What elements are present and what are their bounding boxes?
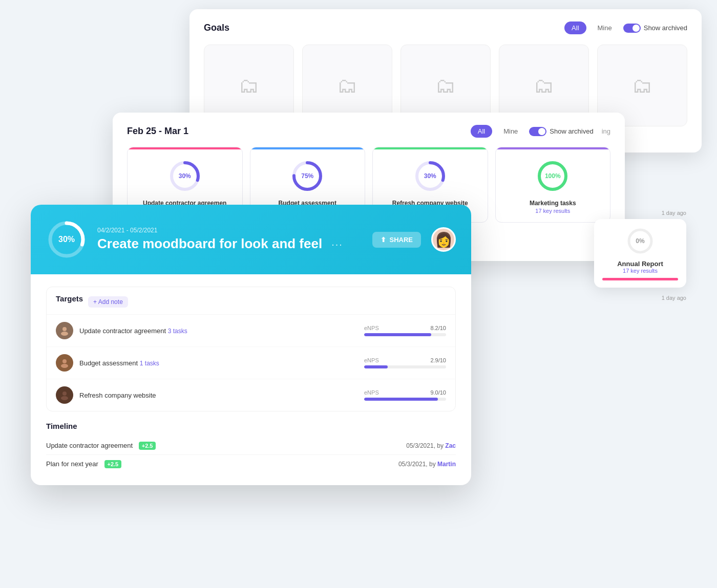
detail-panel: 30% 04/2/2021 - 05/2/2021 Create moodboa… bbox=[31, 205, 471, 485]
annual-bottom-bar bbox=[602, 278, 678, 280]
goals-header: Goals All Mine Show archived bbox=[204, 21, 687, 34]
annual-card[interactable]: 0% Annual Report 17 key results bbox=[594, 219, 686, 288]
goal-card-2-progress: 75% bbox=[291, 160, 324, 192]
share-icon: ⬆ bbox=[381, 236, 386, 244]
target-bar-bg-1 bbox=[364, 333, 446, 336]
folder-icon-5: 🗂 bbox=[632, 74, 652, 97]
target-avatar-3 bbox=[56, 386, 73, 404]
target-link-2[interactable]: 1 tasks bbox=[140, 360, 159, 367]
weekly-header: Feb 25 - Mar 1 All Mine Show archived in… bbox=[127, 125, 610, 138]
targets-header-row: Targets + Add note bbox=[47, 287, 455, 315]
goal-card-1-progress: 30% bbox=[168, 160, 201, 192]
folder-icon-3: 🗂 bbox=[435, 74, 456, 97]
detail-goal-name: Create moodboard for look and feel bbox=[97, 236, 322, 252]
goals-tab-mine[interactable]: Mine bbox=[591, 21, 619, 34]
detail-dates: 04/2/2021 - 05/2/2021 bbox=[97, 227, 362, 234]
weekly-show-archived: Show archived bbox=[529, 127, 593, 136]
target-name-3: Refresh company website bbox=[79, 391, 344, 399]
weekly-filter-tabs: All Mine Show archived ing bbox=[471, 125, 610, 138]
weekly-extra-label: ing bbox=[602, 127, 610, 135]
target-enps-label-3: eNPS bbox=[364, 389, 379, 396]
target-metric-2: eNPS 2.9/10 bbox=[344, 357, 446, 368]
goal-card-4-progress: 100% bbox=[536, 160, 569, 192]
detail-progress-circle: 30% bbox=[46, 219, 87, 260]
weekly-date-range: Feb 25 - Mar 1 bbox=[127, 126, 188, 137]
svg-point-13 bbox=[61, 332, 68, 336]
annual-pct: 0% bbox=[636, 237, 644, 245]
right-cards-area: 1 day ago 0% Annual Report 17 key result… bbox=[594, 210, 686, 301]
timeline-section: Timeline Update contractor agreement +2.… bbox=[46, 422, 456, 473]
target-name-1: Update contractor agreement 3 tasks bbox=[79, 327, 344, 335]
target-enps-label-1: eNPS bbox=[364, 325, 379, 332]
annual-card-top: 0% bbox=[602, 226, 678, 256]
detail-name-row: Create moodboard for look and feel ··· bbox=[97, 236, 362, 252]
weekly-tab-mine[interactable]: Mine bbox=[496, 125, 525, 138]
folder-icon-1: 🗂 bbox=[239, 74, 259, 97]
target-enps-value-3: 9.0/10 bbox=[430, 389, 446, 396]
target-row-2: Budget assessment 1 tasks eNPS 2.9/10 bbox=[47, 347, 455, 379]
user-avatar: 👩 bbox=[431, 227, 456, 252]
goal-card-3-progress: 30% bbox=[414, 160, 447, 192]
target-metric-3: eNPS 9.0/10 bbox=[344, 389, 446, 401]
target-link-1[interactable]: 3 tasks bbox=[168, 328, 187, 335]
weekly-tab-all[interactable]: All bbox=[471, 125, 492, 138]
timeline-title: Timeline bbox=[46, 422, 456, 430]
annual-card-sub: 17 key results bbox=[602, 268, 678, 274]
detail-dots-icon: ··· bbox=[331, 238, 343, 250]
folder-icon-2: 🗂 bbox=[337, 74, 357, 97]
target-enps-label-2: eNPS bbox=[364, 357, 379, 364]
target-bar-fill-1 bbox=[364, 333, 431, 336]
annual-card-time-ago-top: 1 day ago bbox=[594, 210, 686, 216]
target-metric-1: eNPS 8.2/10 bbox=[344, 325, 446, 336]
timeline-badge-2: +2.5 bbox=[104, 460, 122, 468]
add-note-button[interactable]: + Add note bbox=[88, 296, 128, 308]
target-enps-value-1: 8.2/10 bbox=[430, 325, 446, 331]
timeline-right-1: 05/3/2021, by Zac bbox=[406, 442, 456, 449]
svg-point-16 bbox=[62, 391, 67, 396]
goals-tab-all[interactable]: All bbox=[564, 21, 586, 34]
timeline-author-1: Zac bbox=[445, 442, 456, 449]
annual-card-time-ago-bottom: 1 day ago bbox=[594, 295, 686, 301]
goal-card-3-pct: 30% bbox=[424, 172, 436, 180]
detail-header-info: 04/2/2021 - 05/2/2021 Create moodboard f… bbox=[97, 227, 362, 252]
target-bar-bg-3 bbox=[364, 398, 446, 401]
goals-archived-toggle[interactable] bbox=[623, 24, 641, 33]
detail-pct-label: 30% bbox=[58, 235, 75, 244]
timeline-right-2: 05/3/2021, by Martin bbox=[398, 461, 456, 468]
goals-filter-tabs: All Mine Show archived bbox=[564, 21, 687, 34]
svg-point-14 bbox=[62, 359, 67, 363]
weekly-archived-toggle[interactable] bbox=[529, 127, 546, 136]
targets-section: Targets + Add note Update contractor agr… bbox=[46, 287, 456, 411]
target-bar-fill-3 bbox=[364, 398, 438, 401]
target-avatar-2 bbox=[56, 354, 73, 372]
goal-card-1-pct: 30% bbox=[179, 172, 191, 180]
share-button[interactable]: ⬆ SHARE bbox=[372, 232, 421, 248]
goal-card-4[interactable]: 100% Marketing tasks 17 key results bbox=[495, 147, 611, 223]
svg-point-17 bbox=[61, 396, 68, 400]
target-name-2: Budget assessment 1 tasks bbox=[79, 359, 344, 367]
goal-card-4-sub: 17 key results bbox=[535, 208, 570, 214]
timeline-item-name-2: Plan for next year +2.5 bbox=[46, 460, 398, 468]
goal-card-4-name: Marketing tasks bbox=[530, 200, 576, 207]
svg-point-15 bbox=[61, 364, 68, 368]
goals-show-archived: Show archived bbox=[623, 24, 687, 33]
timeline-row-2: Plan for next year +2.5 05/3/2021, by Ma… bbox=[46, 455, 456, 473]
target-avatar-1 bbox=[56, 322, 73, 339]
goals-title: Goals bbox=[204, 23, 229, 33]
timeline-item-name-1: Update contractor agreement +2.5 bbox=[46, 442, 406, 449]
target-bar-fill-2 bbox=[364, 365, 388, 368]
timeline-row-1: Update contractor agreement +2.5 05/3/20… bbox=[46, 437, 456, 455]
targets-title: Targets bbox=[56, 294, 83, 303]
detail-body: Targets + Add note Update contractor agr… bbox=[31, 274, 471, 485]
avatar-image: 👩 bbox=[435, 231, 453, 248]
share-label: SHARE bbox=[389, 236, 413, 244]
timeline-author-2: Martin bbox=[437, 461, 456, 468]
target-row-3: Refresh company website eNPS 9.0/10 bbox=[47, 379, 455, 411]
target-enps-value-2: 2.9/10 bbox=[430, 357, 446, 363]
target-row-1: Update contractor agreement 3 tasks eNPS… bbox=[47, 315, 455, 347]
svg-point-12 bbox=[62, 327, 67, 331]
timeline-badge-1: +2.5 bbox=[139, 442, 156, 450]
weekly-archived-label: Show archived bbox=[550, 127, 593, 135]
goal-card-4-pct: 100% bbox=[545, 172, 561, 180]
target-bar-bg-2 bbox=[364, 365, 446, 368]
